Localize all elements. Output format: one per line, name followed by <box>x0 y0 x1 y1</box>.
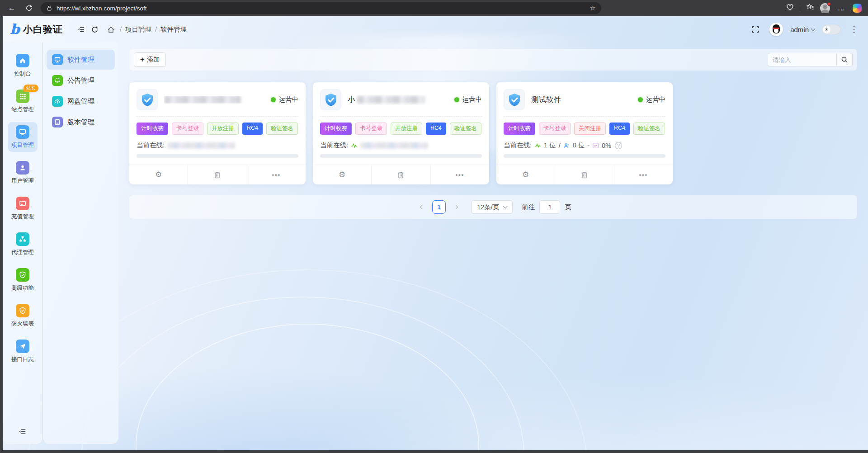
breadcrumb-item[interactable]: 项目管理 <box>125 25 151 34</box>
chevron-down-icon <box>811 27 816 31</box>
goto-label: 前往 <box>522 203 535 212</box>
software-logo <box>137 89 158 110</box>
settings-button[interactable]: ⚙ <box>313 165 371 184</box>
notification-dot <box>827 2 831 6</box>
search-button[interactable] <box>836 53 853 66</box>
online-progress-bar <box>137 154 298 158</box>
page-size-select[interactable]: 12条/页 <box>471 200 513 214</box>
tag-signature: 验证签名 <box>450 123 481 135</box>
more-actions-button[interactable]: ••• <box>614 165 673 184</box>
reload-icon[interactable] <box>24 3 34 14</box>
tag-encryption: RC4 <box>242 123 263 135</box>
sidebar-item-firewall[interactable]: 防火墙表 <box>8 301 38 330</box>
browser-essentials-icon[interactable] <box>786 4 794 13</box>
delete-button[interactable] <box>555 165 613 184</box>
tag-encryption: RC4 <box>609 123 630 135</box>
submenu-item-software[interactable]: 软件管理 <box>47 50 115 70</box>
goto-page-input[interactable] <box>539 200 560 214</box>
copilot-icon[interactable] <box>853 4 862 13</box>
sidebar-item-users[interactable]: 用户管理 <box>8 158 38 188</box>
online-stats: 当前在线: <box>313 137 489 150</box>
page-number-current[interactable]: 1 <box>432 200 446 214</box>
search-icon <box>841 56 848 63</box>
refresh-icon[interactable] <box>88 23 102 36</box>
stats-redacted <box>167 142 235 149</box>
sidebar-item-recharge[interactable]: 充值管理 <box>8 193 38 223</box>
window-edge <box>0 16 3 450</box>
add-button[interactable]: + 添加 <box>134 52 166 67</box>
rate-value: 0% <box>602 142 611 149</box>
gear-icon: ⚙ <box>339 170 345 179</box>
more-actions-button[interactable]: ••• <box>247 165 306 184</box>
plus-icon: + <box>140 56 144 64</box>
prev-page-button[interactable] <box>415 201 428 213</box>
bookmark-star-icon[interactable]: ☆ <box>590 4 596 12</box>
more-actions-button[interactable]: ••• <box>430 165 489 184</box>
online-label: 当前在线: <box>137 141 165 150</box>
back-icon[interactable]: ← <box>6 3 17 14</box>
sidebar: 控制台 站长 站点管理 项目管理 用户管理 充值管理 代理管理 <box>3 42 42 444</box>
sidebar-collapse-icon[interactable] <box>75 23 88 36</box>
help-icon[interactable]: ? <box>615 142 622 149</box>
sidebar-item-api-logs[interactable]: 接口日志 <box>8 336 38 366</box>
status-label: 运营中 <box>279 95 299 104</box>
gear-icon: ⚙ <box>155 170 162 179</box>
software-name-prefix: 小 <box>348 95 355 105</box>
app-logo: b <box>10 23 19 36</box>
submenu: 软件管理 公告管理 网盘管理 版本管理 <box>42 42 118 444</box>
sidebar-item-agents[interactable]: 代理管理 <box>8 229 38 259</box>
page: b 小白验证 / 项目管理 / 软件管理 admin ☀ ⋮ <box>0 16 868 450</box>
user-menu[interactable]: admin <box>790 26 815 33</box>
shield-check-icon <box>16 304 29 317</box>
tag-signature: 验证签名 <box>266 123 298 135</box>
sidebar-item-label: 站点管理 <box>11 106 34 113</box>
pulse-icon <box>351 142 358 149</box>
next-page-button[interactable] <box>450 201 463 213</box>
profile-avatar[interactable] <box>820 3 830 13</box>
divider <box>800 5 800 12</box>
collapse-sidebar-icon[interactable] <box>19 427 27 438</box>
tag-register: 关闭注册 <box>574 123 606 135</box>
trash-icon <box>397 171 404 179</box>
card-actions: ⚙ ••• <box>313 165 489 184</box>
software-name: 测试软件 <box>531 95 632 105</box>
submenu-item-label: 版本管理 <box>67 118 94 127</box>
trash-icon <box>214 171 221 179</box>
submenu-item-versions[interactable]: 版本管理 <box>47 112 115 132</box>
sidebar-item-projects[interactable]: 项目管理 <box>8 122 38 152</box>
settings-button[interactable]: ⚙ <box>129 165 188 184</box>
submenu-item-announcements[interactable]: 公告管理 <box>47 71 115 90</box>
submenu-item-netdisk[interactable]: 网盘管理 <box>47 91 115 111</box>
theme-toggle[interactable]: ☀ <box>822 25 841 34</box>
address-bar[interactable]: https://wl.xbzhan.com/project/soft ☆ <box>41 2 601 14</box>
favorites-icon[interactable] <box>806 3 814 13</box>
sidebar-item-advanced[interactable]: 高级功能 <box>8 265 38 295</box>
sidebar-item-label: 防火墙表 <box>11 320 34 328</box>
fullscreen-icon[interactable] <box>749 23 762 36</box>
monitor-icon <box>16 125 29 139</box>
online-label: 当前在线: <box>504 141 532 150</box>
registered-count: 0 位 <box>573 141 585 150</box>
browser-chrome: ← https://wl.xbzhan.com/project/soft ☆ … <box>0 0 868 16</box>
tag-register: 开放注册 <box>207 123 239 135</box>
sidebar-item-sites[interactable]: 站长 站点管理 <box>8 86 38 116</box>
status-dot <box>454 97 459 102</box>
chevron-down-icon <box>503 204 508 209</box>
software-card: 运营中 计时收费 卡号登录 开放注册 RC4 验证签名 当前在线: <box>129 82 306 184</box>
browser-menu-icon[interactable]: … <box>836 3 847 14</box>
tag-billing: 计时收费 <box>504 123 535 135</box>
settings-button[interactable]: ⚙ <box>496 165 555 184</box>
search-input[interactable] <box>768 53 836 66</box>
delete-button[interactable] <box>188 165 246 184</box>
home-icon[interactable] <box>106 23 116 36</box>
user-avatar[interactable] <box>769 23 783 36</box>
delete-button[interactable] <box>371 165 430 184</box>
app-header: b 小白验证 / 项目管理 / 软件管理 admin ☀ ⋮ <box>0 16 868 42</box>
software-card-list: 运营中 计时收费 卡号登录 开放注册 RC4 验证签名 当前在线: <box>129 82 857 184</box>
chart-icon <box>592 142 599 149</box>
header-more-icon[interactable]: ⋮ <box>848 24 860 34</box>
online-progress-bar <box>504 154 665 158</box>
shield-check-icon <box>16 268 29 282</box>
ellipsis-icon: ••• <box>639 171 648 178</box>
sidebar-item-console[interactable]: 控制台 <box>8 51 38 80</box>
